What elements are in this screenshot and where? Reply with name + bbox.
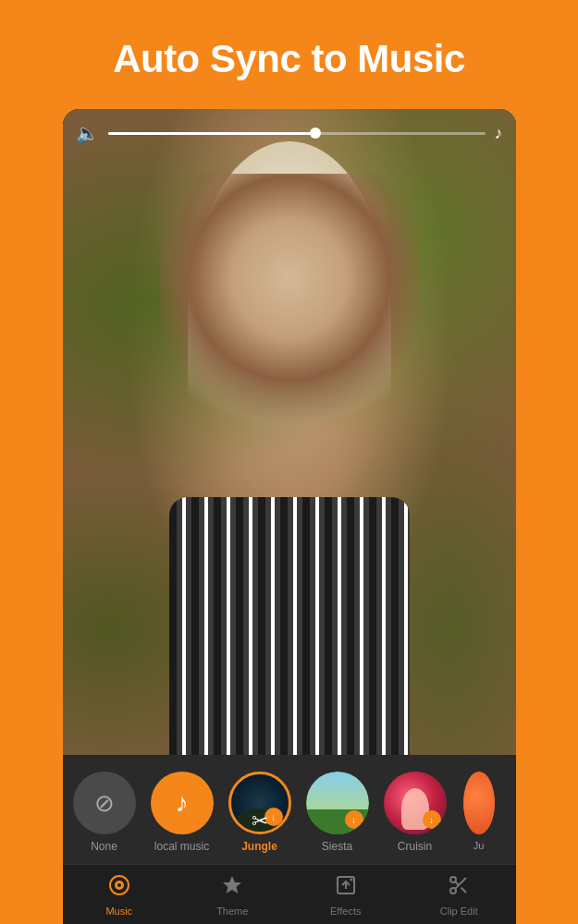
progress-dot — [310, 128, 321, 139]
cruisin-label: Cruisin — [398, 840, 432, 853]
clip-edit-nav-label: Clip Edit — [440, 906, 478, 917]
svg-line-10 — [455, 881, 459, 885]
music-item-siesta[interactable]: ↓ Siesta — [305, 772, 370, 853]
effects-nav-label: Effects — [330, 906, 361, 917]
none-circle: ⊘ — [73, 772, 136, 834]
shirt-layer — [169, 497, 410, 755]
phone-mockup: 🔈 ♪ ⊘ None ♪ local mu — [63, 109, 516, 924]
siesta-download-icon: ↓ — [345, 810, 363, 829]
music-item-jungle[interactable]: ✂ ↓ Jungle — [228, 772, 292, 853]
svg-point-5 — [350, 879, 352, 881]
siesta-label: Siesta — [322, 840, 352, 853]
jungle-circle: ✂ ↓ — [228, 772, 291, 834]
clip-edit-nav-icon — [448, 874, 470, 902]
nav-item-music[interactable]: Music — [63, 865, 177, 924]
music-selector: ⊘ None ♪ local music ✂ ↓ — [63, 755, 516, 864]
video-area: 🔈 ♪ — [63, 109, 516, 755]
local-music-label: local music — [154, 840, 209, 853]
svg-line-9 — [461, 887, 467, 893]
progress-bar[interactable] — [108, 132, 486, 135]
nav-item-theme[interactable]: Theme — [176, 865, 289, 924]
svg-point-7 — [450, 888, 456, 894]
effects-nav-icon — [335, 874, 357, 902]
header: Auto Sync to Music — [0, 0, 578, 109]
cruisin-download-icon: ↓ — [423, 810, 441, 829]
nav-item-effects[interactable]: Effects — [289, 865, 403, 924]
volume-icon[interactable]: 🔈 — [76, 122, 99, 144]
jungle-label: Jungle — [241, 840, 277, 853]
page-title: Auto Sync to Music — [113, 37, 465, 81]
svg-point-6 — [450, 877, 456, 882]
ju-label: Ju — [473, 840, 485, 851]
music-nav-icon — [108, 874, 130, 902]
video-controls: 🔈 ♪ — [76, 122, 503, 144]
music-item-local[interactable]: ♪ local music — [150, 772, 215, 853]
nav-item-clip-edit[interactable]: Clip Edit — [402, 865, 516, 924]
music-nav-label: Music — [105, 906, 132, 917]
cruisin-circle: ↓ — [384, 772, 447, 834]
local-music-icon: ♪ — [176, 788, 189, 818]
music-item-ju[interactable]: Ju — [461, 772, 498, 851]
progress-fill — [108, 132, 315, 135]
jungle-scissors-icon: ✂ — [252, 809, 268, 832]
siesta-circle: ↓ — [306, 772, 369, 834]
music-item-cruisin[interactable]: ↓ Cruisin — [383, 772, 448, 853]
ju-circle — [463, 772, 495, 834]
none-label: None — [91, 840, 117, 853]
bottom-nav: Music Theme Effects — [63, 864, 516, 924]
svg-marker-3 — [223, 876, 241, 894]
music-items-list: ⊘ None ♪ local music ✂ ↓ — [72, 772, 507, 853]
video-background — [63, 109, 516, 755]
theme-nav-icon — [221, 874, 243, 902]
local-music-circle: ♪ — [151, 772, 214, 834]
svg-point-2 — [117, 883, 121, 887]
music-note-icon: ♪ — [495, 124, 503, 143]
theme-nav-label: Theme — [216, 906, 248, 917]
slash-icon: ⊘ — [94, 789, 115, 818]
music-item-none[interactable]: ⊘ None — [72, 772, 137, 853]
